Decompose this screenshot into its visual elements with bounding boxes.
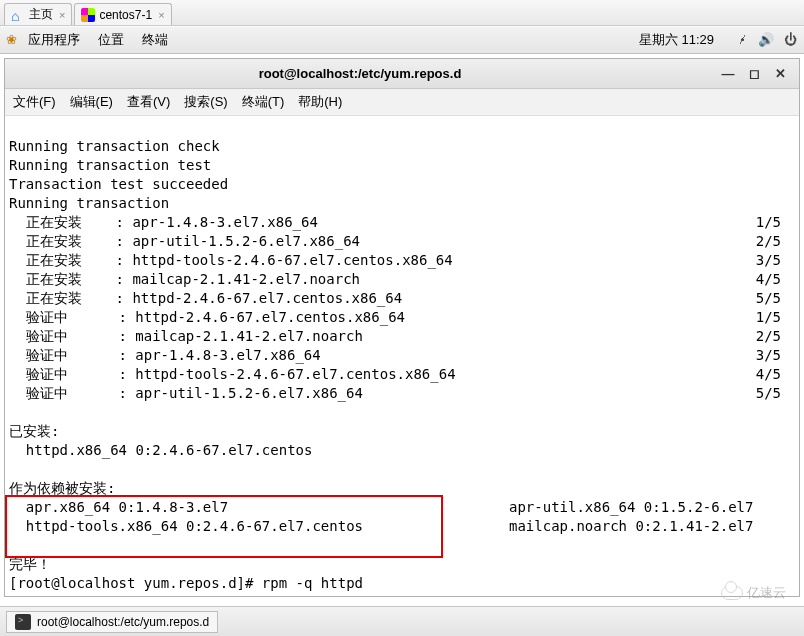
gnome-taskbar: root@localhost:/etc/yum.repos.d [0,606,804,636]
output-line: httpd.x86_64 0:2.4.6-67.el7.centos [9,442,312,458]
home-icon [11,8,25,22]
vm-tab-bar: 主页 × centos7-1 × [0,0,804,26]
output-line: 已安装: [9,423,59,439]
terminal-icon [15,614,31,630]
output-line: Transaction test succeeded [9,176,228,192]
menu-applications[interactable]: 应用程序 [28,31,80,49]
clock-label[interactable]: 星期六 11:29 [639,31,714,49]
menu-terminal[interactable]: 终端(T) [242,93,285,111]
terminal-titlebar[interactable]: root@localhost:/etc/yum.repos.d — ◻ ✕ [5,59,799,89]
output-line: 完毕！ [9,556,51,572]
power-icon[interactable]: ⏻ [782,32,798,48]
menu-edit[interactable]: 编辑(E) [70,93,113,111]
prompt-line: [root@localhost yum.repos.d]# rpm -q htt… [9,575,363,591]
close-button[interactable]: ✕ [767,63,793,85]
volume-icon[interactable]: 🔊 [758,32,774,48]
centos-icon [81,8,95,22]
output-line: Running transaction check [9,138,220,154]
tab-home-label: 主页 [29,6,53,23]
terminal-output[interactable]: Running transaction check Running transa… [5,116,799,596]
network-icon[interactable]: ⹊ [734,32,750,48]
output-line: Running transaction [9,195,169,211]
menu-terminal[interactable]: 终端 [142,31,168,49]
tab-vm-label: centos7-1 [99,8,152,22]
tab-home[interactable]: 主页 × [4,3,72,25]
menu-file[interactable]: 文件(F) [13,93,56,111]
close-icon[interactable]: × [59,9,65,21]
gnome-top-bar: 应用程序 位置 终端 星期六 11:29 ⹊ 🔊 ⏻ [0,26,804,54]
menu-places[interactable]: 位置 [98,31,124,49]
menu-search[interactable]: 搜索(S) [184,93,227,111]
output-line: 作为依赖被安装: [9,480,115,496]
minimize-button[interactable]: — [715,63,741,85]
close-icon[interactable]: × [158,9,164,21]
maximize-button[interactable]: ◻ [741,63,767,85]
terminal-menubar: 文件(F) 编辑(E) 查看(V) 搜索(S) 终端(T) 帮助(H) [5,89,799,116]
output-line: httpd-2.4.6-67.el7.centos.x86_64 [9,594,279,596]
menu-view[interactable]: 查看(V) [127,93,170,111]
window-title: root@localhost:/etc/yum.repos.d [5,66,715,81]
activities-icon[interactable] [6,32,22,48]
tab-vm[interactable]: centos7-1 × [74,3,171,25]
menu-help[interactable]: 帮助(H) [298,93,342,111]
terminal-window: root@localhost:/etc/yum.repos.d — ◻ ✕ 文件… [4,58,800,597]
output-line: Running transaction test [9,157,211,173]
taskbar-item-terminal[interactable]: root@localhost:/etc/yum.repos.d [6,611,218,633]
taskbar-item-label: root@localhost:/etc/yum.repos.d [37,615,209,629]
